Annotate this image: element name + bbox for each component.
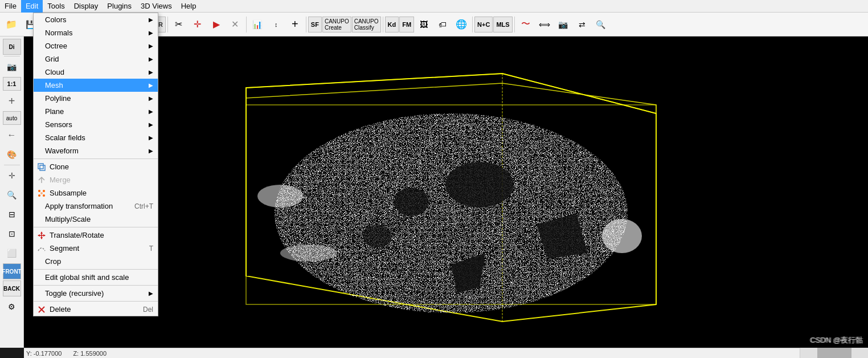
- toolbar-text-btn[interactable]: 🏷: [433, 15, 452, 34]
- menu-sensors[interactable]: Sensors ▶: [34, 118, 158, 131]
- scalar-fields-arrow: ▶: [149, 135, 153, 141]
- sidebar-ratio-btn[interactable]: 1:1: [3, 77, 21, 91]
- toolbar-camera-btn[interactable]: 📷: [554, 15, 572, 34]
- toolbar-scissors-btn[interactable]: ✂: [170, 15, 188, 34]
- menu-normals[interactable]: Normals ▶: [34, 26, 158, 39]
- statusbar: Y: -0.177000 Z: 1.559000: [24, 348, 868, 358]
- menubar-tools[interactable]: Tools: [43, 0, 69, 13]
- toolbar-cross-btn[interactable]: ✛: [189, 15, 207, 34]
- svg-point-18: [38, 194, 40, 197]
- toolbar-globe-btn[interactable]: 🌐: [452, 15, 470, 34]
- sidebar-auto-btn[interactable]: auto: [3, 111, 21, 125]
- menu-grid[interactable]: Grid ▶: [34, 52, 158, 66]
- menu-plane[interactable]: Plane ▶: [34, 105, 158, 118]
- menu-sep1: [34, 158, 158, 159]
- svg-marker-25: [38, 234, 40, 237]
- edit-dropdown: Colors ▶ Normals ▶ Octree ▶ Grid ▶ Cloud…: [33, 13, 158, 316]
- toolbar-kd-btn[interactable]: Kd: [385, 17, 399, 32]
- sidebar-db-btn[interactable]: Di: [3, 39, 21, 55]
- toolbar-mls-btn[interactable]: MLS: [493, 17, 512, 32]
- sidebar-box1-btn[interactable]: ⊡: [3, 225, 21, 243]
- sensors-arrow: ▶: [149, 121, 153, 128]
- menubar-edit[interactable]: Edit: [21, 0, 43, 13]
- svg-marker-24: [40, 237, 43, 239]
- svg-point-17: [43, 190, 45, 192]
- menu-crop[interactable]: Crop: [34, 255, 158, 268]
- svg-marker-23: [40, 231, 43, 234]
- menu-delete[interactable]: Delete Del: [34, 303, 158, 316]
- left-sidebar: Di 📷 1:1 + auto ← 🎨 ✛ 🔍 ⊟ ⊡ ⬜ FRONT BACK…: [0, 36, 24, 348]
- svg-point-5: [275, 113, 628, 313]
- sidebar-plus-btn[interactable]: +: [3, 92, 21, 110]
- svg-point-16: [38, 190, 40, 192]
- toolbar-wave-btn[interactable]: 〜: [517, 15, 535, 34]
- menu-edit-global-shift[interactable]: Edit global shift and scale: [34, 271, 158, 284]
- svg-point-6: [445, 162, 514, 208]
- octree-arrow: ▶: [149, 43, 153, 49]
- mesh-arrow: ▶: [149, 82, 153, 88]
- menu-sep2: [34, 227, 158, 227]
- menu-octree[interactable]: Octree ▶: [34, 39, 158, 52]
- menu-cloud[interactable]: Cloud ▶: [34, 66, 158, 79]
- sidebar-front-btn[interactable]: FRONT: [3, 263, 21, 279]
- toolbar-sf-btn[interactable]: SF: [308, 17, 322, 32]
- menu-waveform[interactable]: Waveform ▶: [34, 144, 158, 157]
- sidebar-zoom-btn[interactable]: 🔍: [3, 186, 21, 204]
- menubar-file[interactable]: File: [0, 0, 21, 13]
- toolbar-canupo2-btn[interactable]: CANUPOClassify: [352, 17, 381, 32]
- menu-merge[interactable]: Merge: [34, 173, 158, 186]
- toolbar-chart-btn[interactable]: 📊: [248, 15, 267, 34]
- colors-arrow: ▶: [149, 17, 153, 23]
- toolbar-flip-btn[interactable]: ⇄: [573, 15, 591, 34]
- toolbar-img-btn[interactable]: 🖼: [415, 15, 433, 34]
- toolbar-fm-btn[interactable]: FM: [399, 17, 414, 32]
- toolbar-plus-btn[interactable]: +: [286, 15, 304, 34]
- menu-segment[interactable]: Segment T: [34, 242, 158, 255]
- toggle-recursive-arrow: ▶: [149, 290, 153, 296]
- toolbar-scan-btn[interactable]: ⟺: [535, 15, 554, 34]
- clone-icon: [36, 161, 47, 173]
- menu-colors[interactable]: Colors ▶: [34, 13, 158, 26]
- toolbar-arrow-btn[interactable]: ▶: [207, 15, 226, 34]
- sidebar-gear-btn[interactable]: ⚙: [3, 298, 21, 316]
- sidebar-layer-btn[interactable]: ⊟: [3, 205, 21, 223]
- toolbar-sep5: [246, 17, 247, 32]
- menu-translate-rotate[interactable]: Translate/Rotate: [34, 229, 158, 242]
- sidebar-arrow-btn[interactable]: ←: [3, 126, 21, 144]
- polyline-arrow: ▶: [149, 95, 153, 101]
- menubar-plugins[interactable]: Plugins: [103, 0, 136, 13]
- menu-clone[interactable]: Clone: [34, 160, 158, 173]
- sidebar-translate-btn[interactable]: ✛: [3, 166, 21, 185]
- toolbar-minmax-btn[interactable]: ↕: [267, 15, 285, 34]
- menu-mesh[interactable]: Mesh ▶: [34, 79, 158, 92]
- menu-toggle-recursive[interactable]: Toggle (recursive) ▶: [34, 287, 158, 300]
- toolbar-zoom-btn[interactable]: 🔍: [592, 15, 610, 34]
- sidebar-sep1: [4, 56, 20, 56]
- toolbar-canupo1-btn[interactable]: CANUPOCreate: [322, 17, 351, 32]
- svg-point-20: [40, 192, 43, 194]
- toolbar-sep8: [472, 17, 473, 32]
- menubar-3dviews[interactable]: 3D Views: [136, 0, 177, 13]
- menu-apply-transform[interactable]: Apply transformation Ctrl+T: [34, 200, 158, 213]
- menu-subsample[interactable]: Subsample: [34, 186, 158, 200]
- svg-rect-15: [40, 165, 45, 170]
- statusbar-scrollbar[interactable]: [800, 348, 868, 358]
- sidebar-paint-btn[interactable]: 🎨: [3, 145, 21, 164]
- menu-sep5: [34, 301, 158, 302]
- svg-point-13: [280, 245, 337, 262]
- menu-polyline[interactable]: Polyline ▶: [34, 92, 158, 105]
- menu-sep4: [34, 285, 158, 286]
- menubar-display[interactable]: Display: [69, 0, 103, 13]
- sidebar-camera-btn[interactable]: 📷: [3, 58, 21, 76]
- cloud-arrow: ▶: [149, 69, 153, 75]
- sidebar-back-btn[interactable]: BACK: [3, 280, 21, 296]
- menu-scalar-fields[interactable]: Scalar fields ▶: [34, 131, 158, 144]
- menu-multiply-scale[interactable]: Multiply/Scale: [34, 213, 158, 226]
- toolbar-nc-btn[interactable]: N+C: [474, 17, 493, 32]
- toolbar-open-btn[interactable]: 📁: [2, 15, 21, 34]
- sidebar-box2-btn[interactable]: ⬜: [3, 244, 21, 262]
- toolbar-x-btn[interactable]: ✕: [226, 15, 244, 34]
- menubar-help[interactable]: Help: [177, 0, 201, 13]
- svg-point-10: [363, 225, 391, 247]
- svg-marker-26: [43, 234, 46, 237]
